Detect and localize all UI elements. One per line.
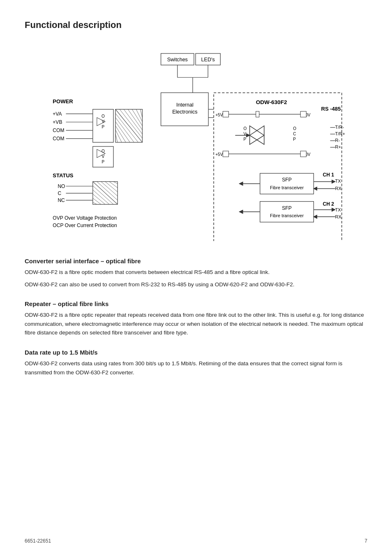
- tx1-label: TX: [335, 179, 341, 183]
- ocp-v: V: [102, 154, 105, 159]
- sfp2-label1: SFP: [282, 205, 291, 211]
- sfp1-label1: SFP: [282, 177, 291, 183]
- converter-para1: ODW-630-F2 is a fibre optic modem that c…: [25, 268, 367, 277]
- plus5v-bot: +5V: [215, 152, 223, 157]
- status-label: STATUS: [53, 172, 74, 179]
- ch2-label: CH 2: [323, 201, 334, 207]
- rx1-label: RX: [335, 186, 342, 191]
- power-label: POWER: [53, 98, 73, 104]
- sfp1-label2: Fibre transceiver: [270, 185, 304, 190]
- svg-rect-58: [223, 151, 228, 157]
- leds-label: LED's: [201, 57, 215, 63]
- nc-label: NC: [58, 197, 65, 203]
- switches-label: Switches: [167, 57, 188, 63]
- ovp-p: P: [102, 125, 105, 129]
- footer-right: 7: [364, 538, 367, 544]
- ovp-text: OVP Over Voltage Protection: [53, 215, 117, 221]
- tx2-label: TX: [335, 207, 341, 212]
- plus5v-top: +5V: [215, 113, 223, 117]
- no-label: NO: [58, 183, 65, 189]
- rs485-label: RS -485: [321, 106, 341, 112]
- com2-label: COM: [53, 136, 64, 142]
- ovp-inner-o: O: [244, 126, 247, 131]
- ovp-o: O: [101, 114, 105, 118]
- svg-rect-61: [260, 173, 314, 194]
- repeater-heading: Repeater – optical fibre links: [25, 300, 367, 307]
- ch1-label: CH 1: [323, 172, 334, 178]
- converter-heading: Converter serial interface – optical fib…: [25, 258, 367, 265]
- ocp-text: OCP Over Current Protection: [53, 223, 117, 228]
- internal-electronics-label2: Electronics: [172, 109, 197, 115]
- odw-label: ODW-630F2: [256, 99, 287, 105]
- ovp-inner-p: P: [244, 137, 247, 142]
- page-footer: 6651-22651 7: [25, 538, 367, 544]
- tminus-label: T/R-: [335, 125, 344, 130]
- ocp-p: P: [102, 160, 105, 164]
- datarate-para1: ODW-630-F2 converts data using rates fro…: [25, 359, 367, 377]
- ocp-o: O: [101, 149, 105, 153]
- rminus-label: R-: [335, 138, 340, 143]
- oc-inner-o: O: [293, 126, 296, 131]
- section-repeater: Repeater – optical fibre links ODW-630-F…: [25, 300, 367, 337]
- com1-label: COM: [53, 128, 64, 133]
- svg-rect-65: [260, 202, 314, 222]
- section-converter: Converter serial interface – optical fib…: [25, 258, 367, 289]
- oc-inner-v: C: [293, 132, 296, 136]
- footer-left: 6651-22651: [25, 538, 51, 544]
- sfp2-label2: Fibre transceiver: [270, 213, 304, 218]
- functional-diagram: Switches LED's POWER +VA +VB COM COM O V…: [25, 44, 367, 241]
- internal-electronics-label1: Internal: [176, 102, 194, 108]
- va-label: +VA: [53, 111, 62, 117]
- svg-rect-48: [256, 111, 259, 117]
- svg-rect-46: [300, 111, 306, 117]
- vb-label: +VB: [53, 119, 62, 125]
- rplus-label: R+: [335, 144, 341, 149]
- tplus-label: T/R+: [335, 131, 345, 136]
- rx2-label: RX: [335, 214, 342, 219]
- page-title: Functional description: [25, 20, 367, 30]
- oc-inner-p: P: [293, 137, 296, 142]
- svg-rect-45: [223, 111, 228, 117]
- svg-rect-59: [300, 151, 306, 157]
- repeater-para1: ODW-630-F2 is a fibre optic repeater tha…: [25, 311, 367, 337]
- section-datarate: Data rate up to 1.5 Mbit/s ODW-630-F2 co…: [25, 349, 367, 377]
- datarate-heading: Data rate up to 1.5 Mbit/s: [25, 349, 367, 356]
- c-label: C: [58, 190, 61, 196]
- converter-para2: ODW-630-F2 can also be used to convert f…: [25, 280, 367, 289]
